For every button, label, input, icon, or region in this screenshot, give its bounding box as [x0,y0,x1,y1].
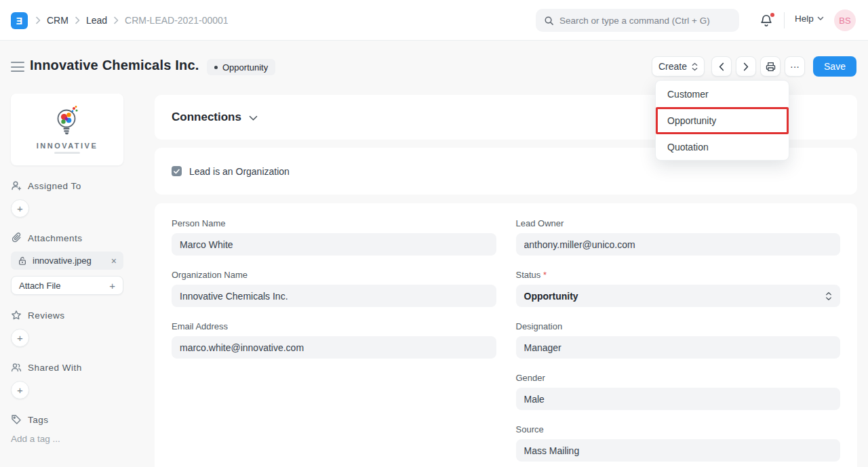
organization-name-label: Organization Name [172,270,496,280]
gender-input[interactable] [516,388,841,410]
status-label: Status * [516,270,841,280]
lead-is-organization-checkbox[interactable] [172,166,182,176]
plus-icon: + [109,280,115,291]
help-menu[interactable]: Help [795,14,824,24]
form-sidebar: INNOVATIVE Assigned To + Attachments inn… [11,94,123,444]
source-label: Source [516,424,841,434]
shared-with-label: Shared With [28,363,82,373]
prev-record-button[interactable] [711,56,732,77]
breadcrumb-doctype[interactable]: Lead [86,15,107,26]
field-person-name: Person Name [172,218,496,256]
field-gender: Gender [516,373,841,410]
email-address-label: Email Address [172,321,496,331]
menu-item-quotation[interactable]: Quotation [656,134,789,160]
assigned-to-label: Assigned To [28,181,81,191]
logo-text: INNOVATIVE [37,142,98,150]
reviews-section: Reviews [11,310,123,321]
breadcrumb-docname: CRM-LEAD-2021-00001 [125,15,229,26]
check-icon [174,169,180,174]
sidebar-toggle-icon[interactable] [11,62,24,72]
logo-tagline [54,152,80,154]
tags-section: Tags [11,414,123,425]
create-dropdown-button[interactable]: Create [652,56,705,77]
status-label-text: Status [516,270,541,280]
attachment-item[interactable]: innovative.jpeg × [11,251,123,270]
search-input[interactable] [559,16,731,26]
email-address-input[interactable] [172,336,496,359]
status-value: Opportunity [524,291,826,302]
organization-name-input[interactable] [172,285,496,307]
next-record-button[interactable] [736,56,756,77]
tag-icon [11,414,22,425]
select-caret-icon [692,62,698,71]
global-search[interactable] [536,9,739,32]
menu-item-opportunity[interactable]: Opportunity [656,107,789,134]
breadcrumb-module[interactable]: CRM [47,15,68,26]
status-badge-label: Opportunity [222,62,268,73]
select-caret-icon [825,291,832,301]
add-tag-input[interactable]: Add a tag ... [11,434,123,444]
connections-title: Connections [172,110,241,124]
attachment-filename[interactable]: innovative.jpeg [33,256,106,266]
add-assignment-button[interactable]: + [11,199,29,218]
user-avatar[interactable]: BS [834,9,856,31]
required-asterisk: * [543,270,547,280]
add-share-button[interactable]: + [11,381,29,399]
field-source: Source [516,424,841,462]
gender-label: Gender [516,373,841,383]
chevron-right-icon [35,16,41,24]
page-title: Innovative Chemicals Inc. [30,58,199,73]
reviews-label: Reviews [28,310,65,321]
attach-file-button[interactable]: Attach File + [11,276,123,295]
search-icon [544,16,554,26]
chevron-down-icon [817,16,824,21]
designation-input[interactable] [516,336,841,359]
status-select[interactable]: Opportunity [516,285,841,307]
lead-image[interactable]: INNOVATIVE [11,94,123,165]
unlock-icon [18,256,27,266]
breadcrumb: CRM Lead CRM-LEAD-2021-00001 [35,0,229,41]
chevron-right-icon [743,62,749,71]
more-options-button[interactable]: ··· [785,56,805,77]
create-label: Create [658,61,687,72]
status-dot [214,66,218,69]
source-input[interactable] [516,439,841,462]
person-name-label: Person Name [172,218,496,228]
save-button[interactable]: Save [813,56,856,77]
checkbox-label: Lead is an Organization [189,166,290,177]
lightbulb-logo-icon [48,105,86,140]
form-column-right: Lead Owner Status * Opportunity Designat… [516,218,841,467]
chevron-right-icon [113,16,119,24]
app-logo-icon[interactable]: Ǝ [11,12,28,29]
status-badge: Opportunity [207,59,275,75]
printer-icon [765,61,776,73]
attach-file-label: Attach File [19,281,60,291]
chevron-left-icon [719,62,724,71]
tags-label: Tags [28,415,49,425]
attachments-section: Attachments [11,232,123,243]
assigned-to-section: Assigned To [11,180,123,191]
chevron-down-icon[interactable] [249,115,258,121]
notification-dot [770,13,774,17]
create-dropdown-menu: Customer Opportunity Quotation [655,80,789,161]
attachments-label: Attachments [28,233,83,243]
user-plus-icon [11,180,22,191]
menu-item-customer[interactable]: Customer [656,81,789,107]
print-button[interactable] [760,56,781,77]
form-column-left: Person Name Organization Name Email Addr… [172,218,496,467]
header-actions: Create ··· Save [652,56,856,77]
notifications-bell-icon[interactable] [759,12,776,30]
field-status: Status * Opportunity [516,270,841,307]
top-navbar: Ǝ CRM Lead CRM-LEAD-2021-00001 Help BS [0,0,868,41]
lead-owner-input[interactable] [516,233,841,256]
chevron-right-icon [75,16,80,24]
paperclip-icon [11,232,22,243]
field-email-address: Email Address [172,321,496,359]
lead-owner-label: Lead Owner [516,218,841,228]
add-review-button[interactable]: + [11,329,29,347]
field-organization-name: Organization Name [172,270,496,307]
person-name-input[interactable] [172,233,496,256]
lead-details-card: Person Name Organization Name Email Addr… [155,203,857,467]
field-lead-owner: Lead Owner [516,218,841,256]
remove-attachment-icon[interactable]: × [111,256,117,266]
